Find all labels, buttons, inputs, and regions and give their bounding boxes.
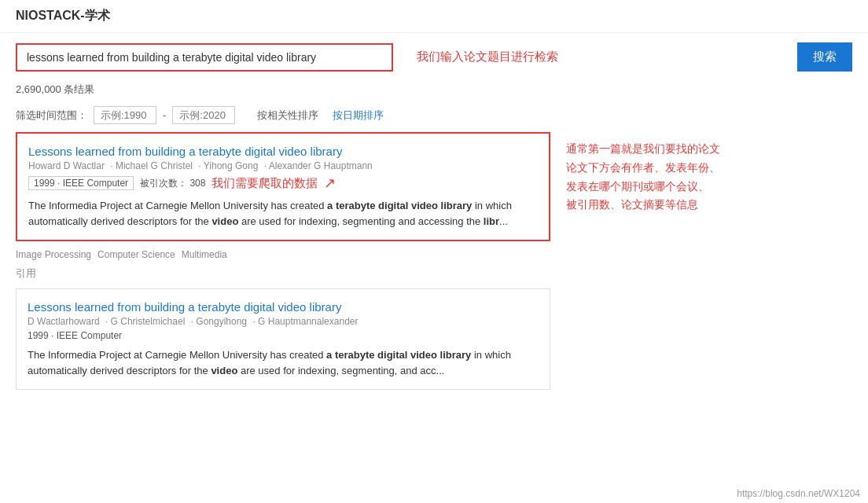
result-meta-2: 1999 · IEEE Computer [28,330,539,341]
result-card-2: Lessons learned from building a terabyte… [16,288,550,390]
result-authors-2: D Wactlarhoward · G Christelmichael · Go… [28,316,539,327]
result-abstract-2: The Informedia Project at Carnegie Mello… [28,347,539,378]
author-1-1: Howard D Wactlar [28,160,105,171]
cite-label-1[interactable]: 引用 [16,267,36,279]
author-1-3: Yihong Gong [204,160,259,171]
result-card-1: Lessons learned from building a terabyte… [16,132,550,241]
author-1-2: Michael G Christel [116,160,193,171]
result-title-1: Lessons learned from building a terabyte… [28,145,538,158]
author-2-3: Gongyihong [196,316,247,327]
tag-computer-science: Computer Science [97,249,175,260]
footer-url: https://blog.csdn.net/WX1204 [737,488,860,499]
result-title-link-2[interactable]: Lessons learned from building a terabyte… [28,300,341,314]
author-2-4: G Hauptmannalexander [258,316,358,327]
sort-relevance[interactable]: 按相关性排序 [257,108,318,123]
search-input[interactable] [27,51,382,64]
author-2-1: D Wactlarhoward [28,316,100,327]
search-hint: 我们输入论文题目进行检索 [417,50,789,64]
filter-start-year[interactable] [94,106,156,124]
filter-label: 筛选时间范围： [16,108,87,123]
annotation-text-2 [566,215,852,238]
filter-bar: 筛选时间范围： - 按相关性排序 按日期排序 [0,103,868,132]
sort-date[interactable]: 按日期排序 [333,108,384,123]
crawl-hint: 我们需要爬取的数据 [211,176,318,191]
results-count: 2,690,000 条结果 [0,81,868,103]
tag-image-processing: Image Processing [16,249,91,260]
main-content: Lessons learned from building a terabyte… [0,132,868,398]
search-button[interactable]: 搜索 [797,42,852,72]
result-authors-1: Howard D Wactlar · Michael G Christel · … [28,160,538,171]
result-abstract-1: The Informedia Project at Carnegie Mello… [28,198,538,229]
result-year-source-2: 1999 · IEEE Computer [28,330,122,341]
filter-end-year[interactable] [172,106,235,124]
app-header: NIOSTACK-学术 [0,0,868,33]
author-1-4: Alexander G Hauptmann [269,160,373,171]
result-cite-count-1: 被引次数： 308 [140,177,205,190]
arrow-icon: ↗ [324,174,336,192]
result-cite-link-1: 引用 [16,263,550,288]
search-box [16,43,393,72]
annotation-panel: 通常第一篇就是我们要找的论文 论文下方会有作者、发表年份、 发表在哪个期刊或哪个… [566,132,852,398]
search-section: 我们输入论文题目进行检索 搜索 [0,33,868,81]
results-area: Lessons learned from building a terabyte… [16,132,550,398]
app-title: NIOSTACK-学术 [16,9,110,22]
filter-separator: - [163,109,166,121]
result-tags-1: Image Processing Computer Science Multim… [16,249,550,260]
result-year-source-1: 1999 · IEEE Computer [28,176,134,190]
author-2-2: G Christelmichael [111,316,186,327]
result-meta-1: 1999 · IEEE Computer 被引次数： 308 我们需要爬取的数据… [28,174,538,192]
tag-multimedia: Multimedia [182,249,227,260]
result-title-link-1[interactable]: Lessons learned from building a terabyte… [28,145,342,158]
result-title-2: Lessons learned from building a terabyte… [28,300,539,314]
annotation-text-1: 通常第一篇就是我们要找的论文 论文下方会有作者、发表年份、 发表在哪个期刊或哪个… [566,132,852,215]
